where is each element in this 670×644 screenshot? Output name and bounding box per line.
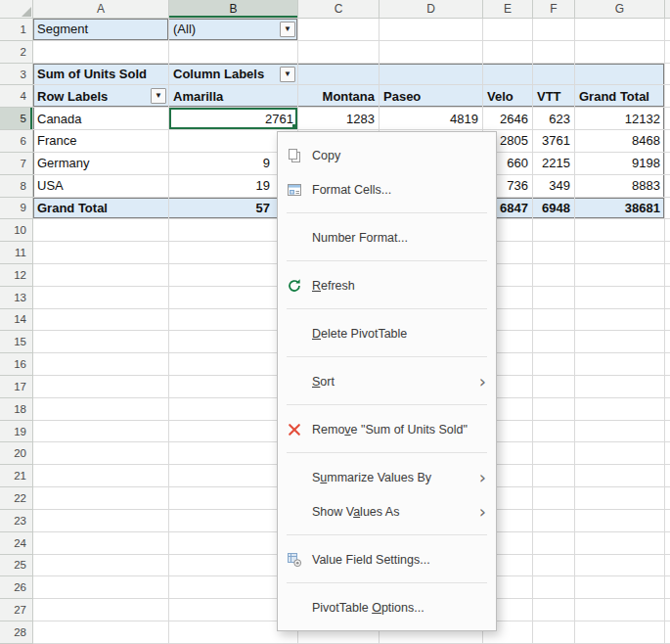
cell-G12[interactable]	[575, 264, 665, 287]
cell-A28[interactable]	[33, 621, 169, 644]
row-header-4[interactable]: 4	[0, 85, 33, 108]
cell-F27[interactable]	[533, 599, 575, 621]
cell-F25[interactable]	[533, 555, 575, 577]
menu-item-summarize-values-by[interactable]: Summarize Values By›	[278, 460, 496, 494]
cell-F10[interactable]	[533, 219, 575, 242]
cell-C5[interactable]: 1283	[298, 108, 380, 130]
cell-F20[interactable]	[533, 442, 575, 465]
cell-A3[interactable]: Sum of Units Sold	[33, 64, 169, 86]
cell-C2[interactable]	[298, 41, 380, 64]
cell-A8[interactable]: USA	[33, 175, 169, 198]
cell-E2[interactable]	[483, 41, 533, 64]
cell-G15[interactable]	[575, 331, 665, 353]
menu-item-show-values-as[interactable]: Show Values As›	[278, 494, 496, 529]
col-header-B[interactable]: B	[169, 0, 298, 19]
cell-A19[interactable]	[33, 421, 169, 443]
cell-A22[interactable]	[33, 487, 169, 510]
menu-item-format-cells[interactable]: Format Cells...	[278, 172, 496, 207]
row-labels-filter-button[interactable]: ▼	[151, 88, 166, 104]
cell-G11[interactable]	[575, 242, 665, 264]
cell-A11[interactable]	[33, 242, 169, 264]
row-header-10[interactable]: 10	[0, 219, 33, 242]
menu-item-remove-sum-of-units-sold[interactable]: Remove "Sum of Units Sold"	[278, 412, 496, 446]
cell-A10[interactable]	[33, 219, 169, 242]
menu-item-sort[interactable]: Sort›	[278, 364, 496, 398]
cell-F11[interactable]	[533, 242, 575, 264]
row-header-6[interactable]: 6	[0, 130, 33, 153]
menu-item-value-field-settings[interactable]: Value Field Settings...	[278, 542, 496, 576]
row-header-7[interactable]: 7	[0, 153, 33, 175]
row-header-26[interactable]: 26	[0, 576, 33, 599]
cell-C1[interactable]	[298, 19, 380, 41]
cell-A24[interactable]	[33, 532, 169, 555]
cell-G4[interactable]: Grand Total	[575, 85, 665, 108]
row-header-16[interactable]: 16	[0, 353, 33, 376]
cell-F14[interactable]	[533, 309, 575, 332]
row-header-5[interactable]: 5	[0, 108, 33, 130]
cell-G1[interactable]	[575, 19, 665, 41]
cell-A15[interactable]	[33, 331, 169, 353]
menu-item-copy[interactable]: Copy	[278, 138, 496, 172]
cell-F5[interactable]: 623	[533, 108, 575, 130]
cell-G6[interactable]: 8468	[575, 130, 665, 153]
col-header-F[interactable]: F	[533, 0, 575, 19]
cell-G20[interactable]	[575, 442, 665, 465]
cell-A7[interactable]: Germany	[33, 153, 169, 175]
row-header-21[interactable]: 21	[0, 465, 33, 487]
cell-F23[interactable]	[533, 510, 575, 532]
cell-F3[interactable]	[533, 64, 575, 86]
row-header-19[interactable]: 19	[0, 421, 33, 443]
cell-B2[interactable]	[169, 41, 298, 64]
cell-G10[interactable]	[575, 219, 665, 242]
cell-A25[interactable]	[33, 555, 169, 577]
row-header-15[interactable]: 15	[0, 331, 33, 353]
cell-A12[interactable]	[33, 264, 169, 287]
col-header-G[interactable]: G	[575, 0, 665, 19]
cell-D3[interactable]	[380, 64, 483, 86]
cell-A18[interactable]	[33, 398, 169, 421]
cell-F16[interactable]	[533, 353, 575, 376]
fill-handle[interactable]	[292, 124, 297, 129]
cell-G26[interactable]	[575, 576, 665, 599]
cell-C3[interactable]	[298, 64, 380, 86]
cell-A20[interactable]	[33, 442, 169, 465]
cell-G21[interactable]	[575, 465, 665, 487]
cell-E4[interactable]: Velo	[483, 85, 533, 108]
cell-A9[interactable]: Grand Total	[33, 198, 169, 220]
cell-C4[interactable]: Montana	[298, 85, 380, 108]
cell-A5[interactable]: Canada	[33, 108, 169, 130]
row-header-20[interactable]: 20	[0, 442, 33, 465]
cell-F6[interactable]: 3761	[533, 130, 575, 153]
cell-F26[interactable]	[533, 576, 575, 599]
row-header-14[interactable]: 14	[0, 309, 33, 332]
cell-A4[interactable]: Row Labels▼	[33, 85, 169, 108]
cell-G2[interactable]	[575, 41, 665, 64]
cell-D4[interactable]: Paseo	[380, 85, 483, 108]
cell-E3[interactable]	[483, 64, 533, 86]
row-header-3[interactable]: 3	[0, 64, 33, 86]
cell-F1[interactable]	[533, 19, 575, 41]
cell-F9[interactable]: 6948	[533, 198, 575, 220]
cell-A27[interactable]	[33, 599, 169, 621]
cell-G8[interactable]: 8883	[575, 175, 665, 198]
cell-G16[interactable]	[575, 353, 665, 376]
cell-F17[interactable]	[533, 376, 575, 398]
col-header-A[interactable]: A	[33, 0, 169, 19]
cell-A21[interactable]	[33, 465, 169, 487]
cell-G18[interactable]	[575, 398, 665, 421]
row-header-23[interactable]: 23	[0, 510, 33, 532]
cell-G24[interactable]	[575, 532, 665, 555]
cell-F4[interactable]: VTT	[533, 85, 575, 108]
cell-A16[interactable]	[33, 353, 169, 376]
cell-D5[interactable]: 4819	[380, 108, 483, 130]
cell-G14[interactable]	[575, 309, 665, 332]
cell-B1[interactable]: (All)▼	[169, 19, 298, 41]
cell-A26[interactable]	[33, 576, 169, 599]
menu-item-refresh[interactable]: Refresh	[278, 268, 496, 302]
cell-A14[interactable]	[33, 309, 169, 332]
cell-G27[interactable]	[575, 599, 665, 621]
cell-A1[interactable]: Segment	[33, 19, 169, 41]
cell-G7[interactable]: 9198	[575, 153, 665, 175]
cell-G23[interactable]	[575, 510, 665, 532]
cell-E5[interactable]: 2646	[483, 108, 533, 130]
